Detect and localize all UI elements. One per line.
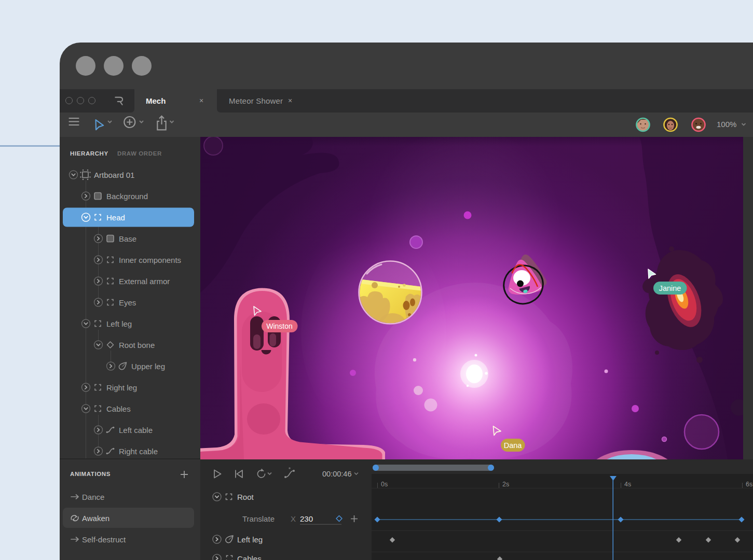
svg-text:00:00:46: 00:00:46 <box>322 470 351 478</box>
svg-text:Self-destruct: Self-destruct <box>82 535 126 544</box>
svg-text:6s: 6s <box>746 481 752 488</box>
svg-text:Root: Root <box>237 493 254 501</box>
svg-text:Dance: Dance <box>82 493 104 501</box>
svg-text:ANIMATIONS: ANIMATIONS <box>70 471 111 477</box>
svg-text:X: X <box>291 514 296 523</box>
svg-text:Translate: Translate <box>242 514 275 523</box>
svg-text:Left leg: Left leg <box>237 535 263 544</box>
svg-text:Janine: Janine <box>659 284 681 292</box>
svg-text:Awaken: Awaken <box>82 514 109 523</box>
svg-text:Dana: Dana <box>504 441 523 450</box>
svg-text:4s: 4s <box>624 481 631 488</box>
svg-text:Winston: Winston <box>266 322 293 330</box>
svg-text:Cables: Cables <box>237 554 262 560</box>
svg-text:230: 230 <box>300 514 313 523</box>
